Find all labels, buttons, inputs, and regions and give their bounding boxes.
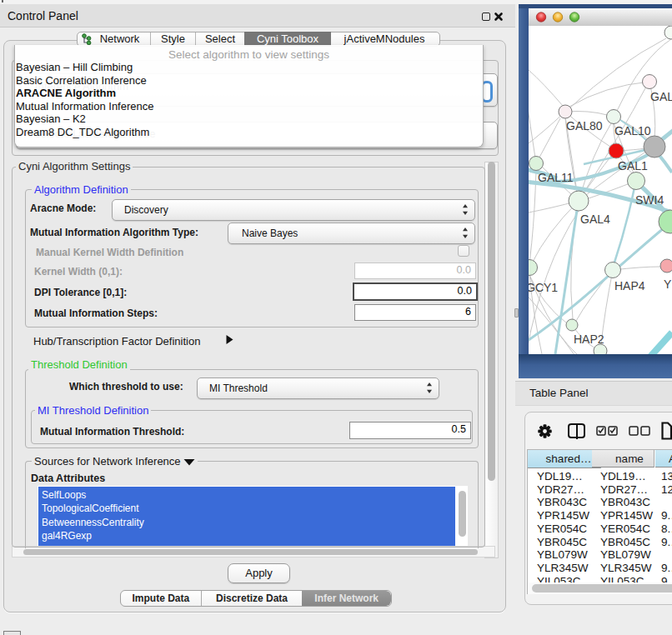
svg-text:GAL10: GAL10 — [614, 124, 651, 138]
svg-text:GAL4: GAL4 — [580, 212, 610, 226]
svg-text:HAP2: HAP2 — [574, 332, 604, 346]
svg-text:Y: Y — [664, 278, 672, 291]
svg-text:GAL1: GAL1 — [618, 159, 648, 172]
svg-text:GAL11: GAL11 — [538, 171, 574, 184]
svg-text:GAL: GAL — [650, 90, 672, 103]
svg-text:HAP4: HAP4 — [614, 279, 645, 292]
svg-text:SWI4: SWI4 — [635, 193, 664, 207]
svg-text:GAL80: GAL80 — [566, 119, 603, 132]
svg-text:GCY1: GCY1 — [529, 281, 558, 294]
